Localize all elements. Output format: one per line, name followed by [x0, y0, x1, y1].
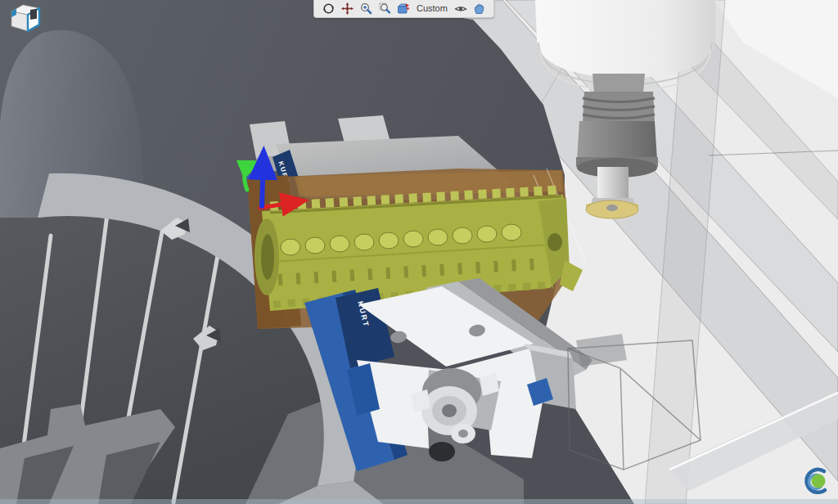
- toggle-visibility-button[interactable]: [454, 2, 467, 16]
- view-preset-icon: [397, 2, 410, 15]
- logo-green-dot: [812, 475, 826, 488]
- zoom-window-icon: [379, 2, 391, 15]
- view-toolbar: Custom: [313, 0, 494, 18]
- viewport-3d[interactable]: KURT: [0, 0, 838, 504]
- spindle-housing: [535, 0, 715, 79]
- view-presets-button[interactable]: [397, 2, 410, 16]
- eye-icon: [454, 2, 467, 15]
- zoom-in-button[interactable]: [359, 2, 372, 16]
- machine-thumbnail-icon[interactable]: [7, 0, 44, 38]
- orbit-icon: [322, 2, 335, 15]
- pan-icon: [341, 2, 354, 15]
- grab-button[interactable]: [473, 2, 486, 16]
- scene-canvas: KURT: [0, 0, 838, 504]
- zoom-window-button[interactable]: [378, 2, 391, 16]
- brand-logo: [800, 465, 833, 497]
- zoom-in-icon: [360, 2, 372, 15]
- view-preset-label[interactable]: Custom: [416, 0, 448, 17]
- orbit-button[interactable]: [322, 2, 335, 16]
- pan-button[interactable]: [340, 2, 354, 16]
- tool-tip: [586, 200, 638, 218]
- bottom-strip: [0, 499, 838, 504]
- vise-handle-knob: [429, 442, 455, 461]
- simulation-window: KURT: [0, 0, 838, 504]
- z-axis-arrow: [262, 155, 264, 206]
- hand-icon: [473, 2, 485, 15]
